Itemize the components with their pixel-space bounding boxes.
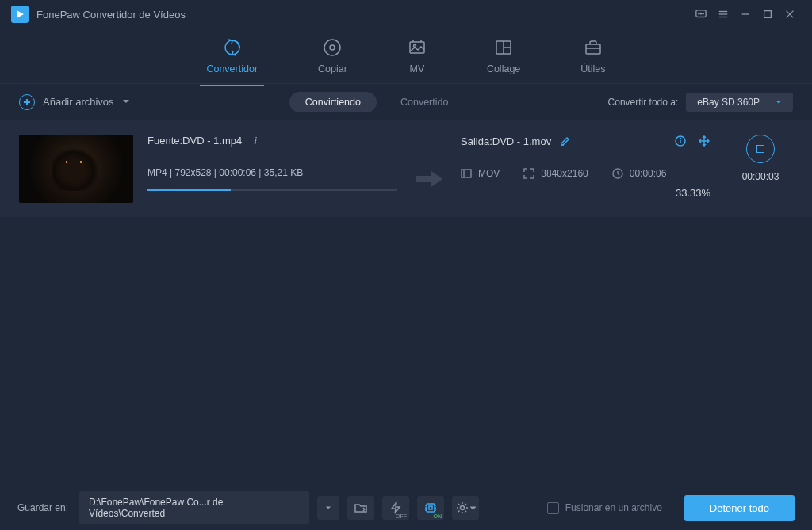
chevron-down-icon	[122, 96, 130, 108]
svg-point-15	[413, 44, 416, 47]
bottom-bar: Guardar en: D:\FonePaw\FonePaw Co...r de…	[0, 486, 812, 530]
feedback-icon[interactable]	[690, 3, 712, 25]
move-icon[interactable]	[698, 135, 710, 147]
source-filename: Fuente:DVD - 1.mp4	[147, 135, 242, 147]
svg-rect-8	[764, 11, 772, 18]
svg-rect-21	[586, 44, 600, 54]
close-button[interactable]	[779, 3, 801, 25]
svg-point-28	[680, 138, 680, 139]
settings-button[interactable]	[452, 496, 479, 520]
open-folder-button[interactable]	[347, 496, 374, 520]
convert-icon	[223, 38, 242, 57]
svg-point-1	[699, 13, 699, 13]
output-path-field[interactable]: D:\FonePaw\FonePaw Co...r de Vídeos\Conv…	[79, 491, 309, 524]
source-metadata: MP4 | 792x528 | 00:00:06 | 35,21 KB	[147, 167, 397, 178]
tab-convertidor[interactable]: Convertidor	[200, 33, 264, 79]
gpu-toggle[interactable]: ON	[417, 496, 444, 520]
tab-label: Collage	[487, 63, 520, 74]
status-tab-converting[interactable]: Convirtiendo	[289, 92, 377, 112]
svg-point-2	[700, 13, 701, 13]
convert-all-label: Convertir todo a:	[608, 97, 679, 108]
path-dropdown[interactable]	[317, 496, 339, 520]
image-icon	[408, 38, 427, 57]
svg-point-12	[324, 40, 340, 55]
tab-mv[interactable]: MV	[401, 33, 433, 79]
info-icon[interactable]: i	[250, 135, 261, 147]
menu-icon[interactable]	[712, 3, 734, 25]
progress-fill	[147, 189, 231, 191]
merge-checkbox[interactable]: Fusionar en un archivo	[547, 502, 662, 514]
svg-point-3	[703, 13, 703, 13]
stop-item-button[interactable]	[746, 135, 775, 163]
merge-label: Fusionar en un archivo	[565, 502, 662, 513]
app-title: FonePaw Convertidor de Vídeos	[36, 9, 186, 21]
conversion-item: Fuente:DVD - 1.mp4 i MP4 | 792x528 | 00:…	[0, 120, 812, 217]
edit-icon[interactable]	[559, 135, 572, 147]
svg-point-13	[330, 45, 335, 50]
disc-icon	[323, 38, 342, 57]
progress-bar	[147, 189, 397, 191]
svg-rect-34	[427, 504, 435, 512]
output-duration: 00:00:06	[612, 168, 667, 179]
tab-copiar[interactable]: Copiar	[312, 33, 354, 79]
output-resolution: 3840x2160	[523, 168, 588, 179]
tab-label: Útiles	[580, 63, 605, 74]
maximize-button[interactable]	[756, 3, 779, 25]
add-files-label: Añadir archivos	[43, 96, 114, 108]
app-logo	[11, 6, 29, 23]
tab-label: Convertidor	[206, 63, 258, 74]
svg-rect-31	[462, 170, 471, 177]
svg-point-42	[460, 506, 464, 510]
preset-value: eBay SD 360P	[697, 97, 760, 108]
tab-label: Copiar	[318, 63, 347, 74]
main-nav: Convertidor Copiar MV Collage Útiles	[0, 29, 812, 84]
add-files-button[interactable]: Añadir archivos	[19, 94, 130, 110]
svg-rect-35	[429, 506, 432, 509]
elapsed-time: 00:00:03	[742, 171, 779, 182]
tab-utiles[interactable]: Útiles	[574, 33, 611, 79]
save-in-label: Guardar en:	[17, 502, 68, 513]
video-thumbnail[interactable]	[19, 135, 133, 203]
output-preset-dropdown[interactable]: eBay SD 360P	[686, 93, 793, 112]
status-tab-converted[interactable]: Convertido	[400, 97, 448, 108]
collage-icon	[494, 38, 513, 57]
minimize-button[interactable]	[734, 3, 756, 25]
output-filename: Salida:DVD - 1.mov	[461, 135, 551, 147]
progress-percent: 33.33%	[461, 187, 710, 199]
arrow-right-icon	[413, 158, 445, 199]
title-bar: FonePaw Convertidor de Vídeos	[0, 0, 812, 29]
toolbox-icon	[584, 38, 603, 57]
sub-toolbar: Añadir archivos Convirtiendo Convertido …	[0, 84, 812, 120]
plus-icon	[19, 94, 35, 110]
checkbox-icon	[547, 502, 559, 514]
stop-all-button[interactable]: Detener todo	[684, 495, 795, 521]
tab-collage[interactable]: Collage	[481, 33, 527, 79]
hardware-accel-toggle[interactable]: OFF	[382, 496, 409, 520]
output-format: MOV	[461, 168, 500, 179]
tab-label: MV	[410, 63, 425, 74]
item-info-icon[interactable]	[674, 135, 687, 147]
